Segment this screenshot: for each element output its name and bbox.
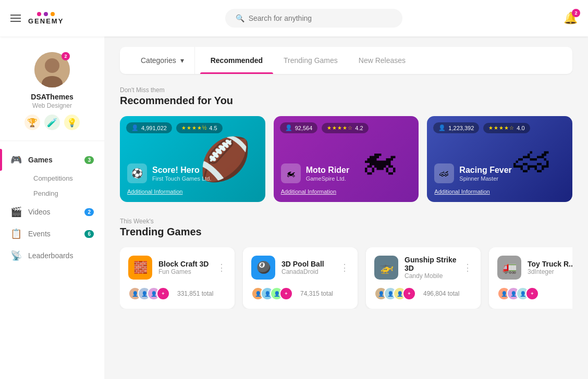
rec-card-1-link[interactable]: Additional Information xyxy=(127,188,182,195)
trend-card-1-avatars: 👤 👤 👤 + xyxy=(128,287,166,300)
sidebar-item-videos[interactable]: 🎬 Videos 2 xyxy=(0,201,104,223)
tab-recommended[interactable]: Recommended xyxy=(200,47,273,74)
recommended-title: Recommended for You xyxy=(120,95,572,107)
events-icon: 📋 xyxy=(10,228,22,239)
sidebar-item-pending[interactable]: Pending xyxy=(28,186,104,201)
user-icon: 👤 xyxy=(131,124,139,131)
tab-new-releases[interactable]: New Releases xyxy=(348,47,416,74)
rec-card-1-users: 👤 4,991,022 xyxy=(126,122,172,133)
chevron-down-icon: ▾ xyxy=(180,56,184,65)
user-section: 2 DSAThemes Web Designer 🏆 🧪 💡 xyxy=(0,47,104,141)
rec-card-2-game-info: 🏍 Moto Rider GameSpire Ltd. xyxy=(281,163,412,183)
sidebar-item-events[interactable]: 📋 Events 6 xyxy=(0,223,104,245)
search-bar[interactable]: 🔍 xyxy=(225,9,402,28)
trend-card-3[interactable]: 🚁 Gunship Strike 3D Candy Mobile ⋮ 👤 👤 👤… xyxy=(366,247,481,309)
tab-trending-games[interactable]: Trending Games xyxy=(273,47,348,74)
trend-card-2-footer: 👤 👤 👤 + 74,315 total xyxy=(251,287,349,300)
trend-card-4[interactable]: 🚛 Toy Truck R... 3dInteger ⋮ 👤 👤 👤 + xyxy=(489,247,572,309)
rec-card-3-body: 🏎 Racing Fever Spinner Master Additional… xyxy=(427,158,572,202)
trend-card-3-header: 🚁 Gunship Strike 3D Candy Mobile ⋮ xyxy=(374,256,472,280)
trend-card-3-info: Gunship Strike 3D Candy Mobile xyxy=(405,256,457,280)
rec-card-1-icon: ⚽ xyxy=(127,163,147,183)
rec-card-2-link[interactable]: Additional Information xyxy=(281,188,336,195)
rec-card-2-details: Moto Rider GameSpire Ltd. xyxy=(306,166,350,182)
rec-card-1-details: Score! Hero First Touch Games Ltd. xyxy=(152,166,212,182)
logo-dot-2 xyxy=(44,12,48,16)
user-icon-3: 👤 xyxy=(438,124,446,131)
games-subnav: Competitions Pending xyxy=(0,171,104,201)
trending-label: This Week's xyxy=(120,218,572,225)
nav-section: 🎮 Games 3 Competitions Pending 🎬 Videos … xyxy=(0,141,104,274)
trend-card-2-icon: 🎱 xyxy=(251,256,275,280)
sidebar: 2 DSAThemes Web Designer 🏆 🧪 💡 🎮 Games 3… xyxy=(0,36,104,379)
trend-card-4-info: Toy Truck R... 3dInteger xyxy=(528,260,572,275)
trend-card-1-total: 331,851 total xyxy=(177,290,213,297)
avatar-plus-2: + xyxy=(279,287,293,300)
sidebar-item-games[interactable]: 🎮 Games 3 xyxy=(0,149,104,171)
trend-card-4-avatars: 👤 👤 👤 + xyxy=(497,287,535,300)
trend-card-4-header: 🚛 Toy Truck R... 3dInteger ⋮ xyxy=(497,256,572,280)
avatar-plus: + xyxy=(156,287,170,300)
trend-card-1-icon: 🧱 xyxy=(128,256,152,280)
avatar-plus-3: + xyxy=(402,287,416,300)
user-role: Web Designer xyxy=(10,102,94,109)
hamburger-menu[interactable] xyxy=(10,15,21,22)
games-badge: 3 xyxy=(84,156,94,164)
trend-card-1-menu[interactable]: ⋮ xyxy=(217,262,226,273)
trend-card-1[interactable]: 🧱 Block Craft 3D Fun Games ⋮ 👤 👤 👤 + 331… xyxy=(120,247,235,309)
trend-card-3-footer: 👤 👤 👤 + 496,804 total xyxy=(374,287,472,300)
recommended-section: Don't Miss them Recommended for You 👤 4,… xyxy=(120,86,572,202)
trend-card-2-avatars: 👤 👤 👤 + xyxy=(251,287,289,300)
trend-card-1-info: Block Craft 3D Fun Games xyxy=(158,260,209,275)
notification-button[interactable]: 🔔 2 xyxy=(564,11,578,25)
sidebar-item-leaderboards[interactable]: 📡 Leaderboards xyxy=(0,245,104,267)
sidebar-item-videos-label: Videos xyxy=(28,208,51,216)
search-input[interactable] xyxy=(249,14,392,22)
games-icon: 🎮 xyxy=(10,154,22,166)
rec-card-1[interactable]: 👤 4,991,022 ★★★★½ 4.5 🏈 ⚽ Score! Hero xyxy=(120,116,265,202)
rec-card-3[interactable]: 👤 1,223,392 ★★★★☆ 4.0 🏎 🏎 Racing Fever xyxy=(427,116,572,202)
trend-card-3-total: 496,804 total xyxy=(423,290,459,297)
events-badge: 6 xyxy=(84,230,94,238)
rec-card-1-body: ⚽ Score! Hero First Touch Games Ltd. Add… xyxy=(120,158,265,202)
sidebar-item-events-label: Events xyxy=(28,230,51,238)
recommended-cards: 👤 4,991,022 ★★★★½ 4.5 🏈 ⚽ Score! Hero xyxy=(120,116,572,202)
logo-text: GENEMY xyxy=(28,17,64,25)
badge-bulb: 💡 xyxy=(64,115,80,130)
user-name: DSAThemes xyxy=(10,93,94,101)
rec-card-2-body: 🏍 Moto Rider GameSpire Ltd. Additional I… xyxy=(274,158,419,202)
logo-dot-3 xyxy=(51,12,55,16)
rec-card-2-users: 👤 92,564 xyxy=(280,122,318,133)
rec-card-2-icon: 🏍 xyxy=(281,163,301,183)
svg-point-1 xyxy=(45,58,59,73)
videos-badge: 2 xyxy=(84,208,94,216)
trend-card-4-footer: 👤 👤 👤 + xyxy=(497,287,572,300)
rec-card-3-icon: 🏎 xyxy=(434,163,454,183)
videos-icon: 🎬 xyxy=(10,206,22,218)
leaderboards-icon: 📡 xyxy=(10,250,22,261)
logo-dots xyxy=(37,12,55,16)
rec-card-3-users: 👤 1,223,392 xyxy=(433,122,479,133)
sidebar-item-leaderboards-label: Leaderboards xyxy=(28,251,73,260)
badge-trophy: 🏆 xyxy=(24,115,40,130)
trend-card-4-icon: 🚛 xyxy=(497,256,521,280)
trend-card-3-menu[interactable]: ⋮ xyxy=(463,262,472,273)
trend-card-2[interactable]: 🎱 3D Pool Ball CanadaDroid ⋮ 👤 👤 👤 + 74,… xyxy=(243,247,358,309)
sidebar-item-competitions[interactable]: Competitions xyxy=(28,171,104,186)
trend-card-2-info: 3D Pool Ball CanadaDroid xyxy=(281,260,324,275)
user-icon-2: 👤 xyxy=(285,124,292,131)
trend-card-1-header: 🧱 Block Craft 3D Fun Games ⋮ xyxy=(128,256,226,280)
rec-card-2[interactable]: 👤 92,564 ★★★★☆ 4.2 🏍 🏍 Moto Rider Game xyxy=(274,116,419,202)
rec-card-3-link[interactable]: Additional Information xyxy=(434,188,489,195)
recommended-label: Don't Miss them xyxy=(120,86,572,94)
header-right: 🔔 2 xyxy=(564,11,578,25)
trending-title: Trending Games xyxy=(120,226,572,238)
logo: GENEMY xyxy=(28,12,64,25)
sidebar-item-games-label: Games xyxy=(28,156,53,164)
tab-categories[interactable]: Categories ▾ xyxy=(130,47,195,74)
search-icon: 🔍 xyxy=(236,14,244,22)
header-left: GENEMY xyxy=(10,12,64,25)
trend-card-2-total: 74,315 total xyxy=(300,290,333,297)
avatar-badge: 2 xyxy=(62,52,70,60)
trend-card-2-menu[interactable]: ⋮ xyxy=(340,262,349,273)
